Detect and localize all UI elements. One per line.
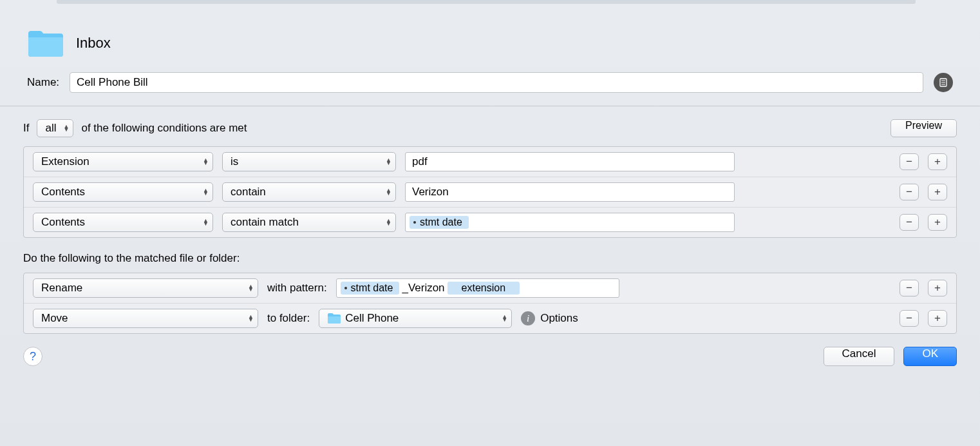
name-label: Name: [27, 76, 59, 89]
options-label[interactable]: Options [540, 312, 578, 325]
condition-attribute-select[interactable]: Contents ▲▼ [33, 182, 213, 202]
folder-icon [327, 313, 341, 324]
remove-condition-button[interactable]: − [900, 214, 919, 231]
pattern-token-field[interactable]: stmt date _Verizon extension [336, 278, 619, 298]
add-action-button[interactable]: + [928, 280, 947, 296]
cancel-button[interactable]: Cancel [824, 347, 895, 366]
remove-action-button[interactable]: − [900, 310, 919, 327]
stepper-icon: ▲▼ [386, 219, 391, 226]
add-action-button[interactable]: + [928, 310, 947, 327]
variable-token[interactable]: stmt date [410, 216, 469, 229]
folder-header: Inbox [27, 28, 953, 58]
add-condition-button[interactable]: + [928, 184, 947, 200]
conditions-group: Extension ▲▼ is ▲▼ − + Contents ▲▼ [23, 146, 957, 238]
to-folder-label: to folder: [267, 312, 310, 325]
stepper-icon: ▲▼ [386, 159, 391, 165]
match-mode-select[interactable]: all ▲▼ [37, 119, 73, 137]
action-select[interactable]: Move ▲▼ [33, 309, 258, 328]
action-row: Rename ▲▼ with pattern: stmt date _Veriz… [24, 273, 956, 304]
condition-value-input[interactable] [405, 152, 735, 171]
stepper-icon: ▲▼ [64, 125, 70, 131]
stepper-icon: ▲▼ [386, 189, 391, 195]
help-button[interactable]: ? [23, 347, 42, 366]
condition-operator-select[interactable]: contain ▲▼ [222, 182, 396, 202]
preview-button[interactable]: Preview [890, 119, 957, 137]
with-pattern-label: with pattern: [267, 282, 327, 295]
if-label: If [23, 122, 29, 135]
name-input[interactable] [70, 72, 923, 93]
actions-group: Rename ▲▼ with pattern: stmt date _Veriz… [23, 273, 957, 334]
variable-token[interactable]: extension [448, 282, 520, 295]
condition-token-field[interactable]: stmt date [405, 213, 735, 232]
action-row: Move ▲▼ to folder: Cell Phone ▲▼ i Optio… [24, 304, 956, 333]
ok-button[interactable]: OK [903, 347, 957, 366]
details-toggle-button[interactable] [934, 73, 953, 92]
stepper-icon: ▲▼ [502, 315, 507, 322]
condition-operator-select[interactable]: contain match ▲▼ [222, 213, 396, 232]
info-icon[interactable]: i [521, 311, 535, 325]
stepper-icon: ▲▼ [203, 219, 209, 226]
folder-icon [27, 28, 64, 58]
if-suffix-label: of the following conditions are met [81, 122, 247, 135]
document-icon [939, 78, 948, 87]
variable-token[interactable]: stmt date [341, 282, 400, 295]
actions-heading: Do the following to the matched file or … [23, 252, 957, 265]
condition-row: Contents ▲▼ contain match ▲▼ stmt date −… [24, 208, 956, 237]
stepper-icon: ▲▼ [203, 159, 209, 165]
remove-condition-button[interactable]: − [900, 184, 919, 200]
condition-value-input[interactable] [405, 182, 735, 202]
condition-attribute-select[interactable]: Contents ▲▼ [33, 213, 213, 232]
condition-row: Extension ▲▼ is ▲▼ − + [24, 147, 956, 177]
stepper-icon: ▲▼ [248, 285, 254, 291]
action-select[interactable]: Rename ▲▼ [33, 278, 258, 298]
stepper-icon: ▲▼ [203, 189, 209, 195]
remove-action-button[interactable]: − [900, 280, 919, 296]
condition-row: Contents ▲▼ contain ▲▼ − + [24, 177, 956, 208]
add-condition-button[interactable]: + [928, 153, 947, 170]
stepper-icon: ▲▼ [248, 315, 254, 322]
condition-operator-select[interactable]: is ▲▼ [222, 152, 396, 171]
folder-title: Inbox [76, 35, 111, 52]
add-condition-button[interactable]: + [928, 214, 947, 231]
remove-condition-button[interactable]: − [900, 153, 919, 170]
condition-attribute-select[interactable]: Extension ▲▼ [33, 152, 213, 171]
literal-text: _Verizon [400, 282, 446, 295]
destination-folder-select[interactable]: Cell Phone ▲▼ [319, 309, 512, 328]
